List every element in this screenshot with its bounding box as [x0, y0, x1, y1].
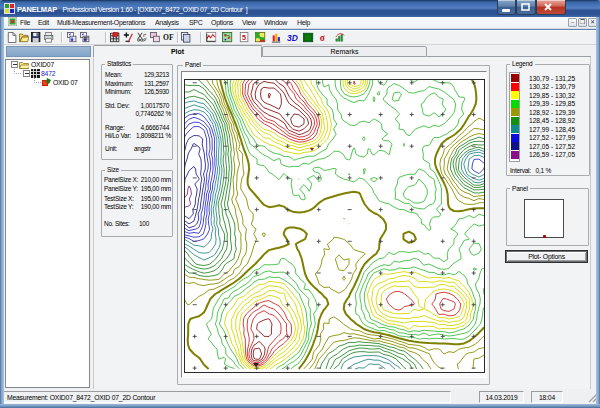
svg-text:3D: 3D — [287, 32, 298, 42]
svg-text:5: 5 — [241, 32, 245, 41]
svg-text:OF: OF — [163, 33, 174, 42]
svg-text:σ: σ — [319, 33, 324, 43]
